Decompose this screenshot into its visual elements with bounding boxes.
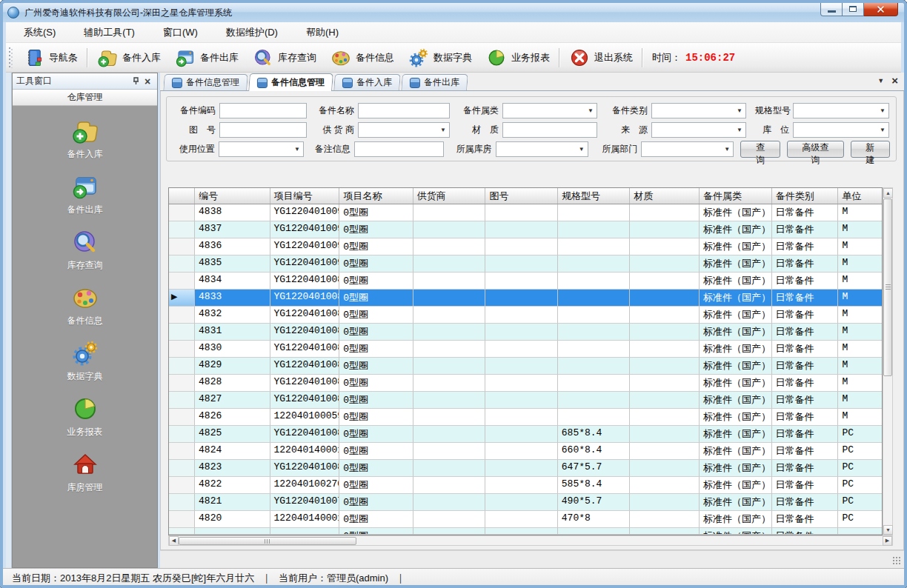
tab-parts-info-management-1[interactable]: 备件信息管理: [163, 74, 248, 90]
header-备件类别[interactable]: 备件类别: [772, 188, 839, 204]
remark-input[interactable]: [354, 141, 444, 157]
row-indicator[interactable]: ▶: [169, 273, 195, 290]
table-row[interactable]: ▶ 4834 YG12204010089 0型圈 标准件（国产） 日常备件 M: [169, 273, 882, 290]
grid-header[interactable]: 编号 项目编号 项目名称 供货商 图号 规格型号 材质 备件属类 备件类别 单位: [169, 188, 882, 204]
row-indicator[interactable]: ▶: [169, 290, 195, 307]
pin-icon[interactable]: [130, 76, 142, 87]
header-供货商[interactable]: 供货商: [413, 188, 486, 204]
table-row[interactable]: ▶ 4827 YG12204010082 0型圈 标准件（国产） 日常备件 M: [169, 392, 882, 409]
row-indicator[interactable]: ▶: [169, 324, 195, 341]
horizontal-scrollbar-thumb[interactable]: [179, 537, 356, 545]
row-indicator[interactable]: ▶: [169, 255, 195, 273]
toolbar-exit-system[interactable]: 退出系统: [562, 45, 639, 70]
toolbar-navigation-bar[interactable]: 导航条: [16, 45, 84, 70]
header-规格型号[interactable]: 规格型号: [558, 188, 631, 204]
scroll-left-icon[interactable]: ◀: [169, 536, 179, 546]
row-indicator[interactable]: ▶: [169, 341, 195, 358]
sidebar-item-parts-outbound[interactable]: 备件出库: [13, 172, 157, 216]
row-indicator[interactable]: ▶: [169, 375, 195, 392]
row-indicator[interactable]: ▶: [169, 392, 195, 409]
table-row[interactable]: ▶ 4836 YG12204010091 0型圈 标准件（国产） 日常备件 M: [169, 238, 882, 255]
header-图号[interactable]: 图号: [485, 188, 558, 204]
table-row[interactable]: ▶ 4831 YG12204010086 0型圈 标准件（国产） 日常备件 M: [169, 324, 882, 341]
toolbar-business-report[interactable]: 业务报表: [479, 45, 557, 70]
table-row[interactable]: ▶ 4833 YG12204010088 0型圈 标准件（国产） 日常备件 M: [169, 290, 882, 307]
maximize-button[interactable]: [843, 2, 864, 16]
toolbar-parts-info[interactable]: 备件信息: [323, 45, 401, 70]
warehouse-select[interactable]: ▼: [496, 141, 588, 157]
tool-window-close-icon[interactable]: ×: [142, 76, 153, 87]
row-indicator[interactable]: ▶: [169, 238, 195, 255]
table-row[interactable]: ▶ 4835 YG12204010090 0型圈 标准件（国产） 日常备件 M: [169, 255, 882, 273]
toolbar-parts-inbound[interactable]: 备件入库: [90, 45, 167, 70]
menu-window[interactable]: 窗口(W): [154, 23, 207, 42]
menu-aux-tools[interactable]: 辅助工具(T): [75, 23, 144, 42]
row-indicator[interactable]: ▶: [169, 511, 195, 528]
advanced-query-button[interactable]: 高级查询: [787, 141, 844, 158]
spec-model-select[interactable]: ▼: [793, 103, 889, 118]
part-name-input[interactable]: [358, 103, 450, 118]
toolbar-parts-outbound[interactable]: 备件出库: [167, 45, 245, 70]
material-input[interactable]: [502, 122, 597, 138]
tab-parts-inbound[interactable]: 备件入库: [333, 74, 401, 90]
sidebar-group-warehouse[interactable]: 仓库管理: [13, 90, 157, 106]
vertical-scrollbar[interactable]: ▲ ▼: [883, 187, 893, 535]
menu-data-maintenance[interactable]: 数据维护(D): [217, 23, 287, 42]
sidebar-item-parts-info[interactable]: 备件信息: [13, 283, 157, 327]
row-indicator[interactable]: ▶: [169, 409, 195, 426]
row-indicator[interactable]: ▶: [169, 221, 195, 238]
vertical-scrollbar-thumb[interactable]: [883, 198, 892, 376]
query-button[interactable]: 查询: [740, 141, 780, 158]
row-indicator[interactable]: ▶: [169, 494, 195, 511]
header-备件属类[interactable]: 备件属类: [700, 188, 772, 204]
source-select[interactable]: ▼: [651, 122, 746, 138]
part-class-select[interactable]: ▼: [651, 103, 746, 118]
table-row[interactable]: ▶ 4822 1220401002700 0型圈 585*8.4 标准件（国产）…: [169, 477, 882, 494]
drawing-no-input[interactable]: [219, 122, 307, 138]
row-indicator[interactable]: ▶: [169, 204, 195, 221]
resize-grip[interactable]: [892, 556, 901, 565]
header-项目编号[interactable]: 项目编号: [270, 188, 340, 204]
table-row[interactable]: ▶ 4820 1220401400013 0型圈 470*8 标准件（国产） 日…: [169, 511, 882, 528]
row-indicator[interactable]: ▶: [169, 528, 195, 535]
tab-parts-outbound[interactable]: 备件出库: [401, 74, 468, 90]
header-项目名称[interactable]: 项目名称: [339, 188, 413, 204]
part-code-input[interactable]: [219, 103, 307, 118]
table-row[interactable]: ▶ 4824 1220401400012 0型圈 660*8.4 标准件（国产）…: [169, 443, 882, 460]
usage-position-select[interactable]: ▼: [219, 141, 304, 157]
table-row[interactable]: ▶ 4823 YG12204010080 0型圈 647*5.7 标准件（国产）…: [169, 460, 882, 477]
toolbar-grip[interactable]: [9, 47, 13, 68]
sidebar-item-data-dictionary[interactable]: 数据字典: [13, 338, 157, 383]
header-单位[interactable]: 单位: [838, 188, 882, 204]
header-编号[interactable]: 编号: [195, 188, 270, 204]
tab-list-dropdown-icon[interactable]: ▼: [877, 77, 884, 84]
sidebar-item-warehouse-management[interactable]: 库房管理: [13, 450, 157, 494]
toolbar-inventory-query[interactable]: 库存查询: [245, 45, 323, 70]
table-row[interactable]: ▶ 4837 YG12204010092 0型圈 标准件（国产） 日常备件 M: [169, 221, 882, 238]
close-button[interactable]: ✕: [864, 2, 898, 16]
new-button[interactable]: 新建: [851, 141, 890, 158]
horizontal-scrollbar[interactable]: ◀ ▶: [168, 535, 893, 546]
row-indicator[interactable]: ▶: [169, 460, 195, 477]
supplier-select[interactable]: ▼: [358, 122, 450, 138]
sidebar-item-parts-inbound[interactable]: 备件入库: [13, 116, 157, 161]
table-row[interactable]: ▶ 4821 YG12204010079 0型圈 490*5.7 标准件（国产）…: [169, 494, 882, 511]
minimize-button[interactable]: [820, 2, 843, 16]
bin-location-select[interactable]: ▼: [793, 122, 889, 138]
scroll-right-icon[interactable]: ▶: [883, 536, 892, 546]
row-indicator[interactable]: ▶: [169, 477, 195, 494]
table-row[interactable]: ▶ 0型圈 标准件（国产） 日常备件: [169, 528, 882, 535]
row-indicator[interactable]: ▶: [169, 358, 195, 375]
toolbar-data-dictionary[interactable]: 数据字典: [401, 45, 479, 70]
scroll-up-icon[interactable]: ▲: [883, 188, 893, 198]
menu-system[interactable]: 系统(S): [15, 23, 64, 42]
row-indicator[interactable]: ▶: [169, 443, 195, 460]
menu-help[interactable]: 帮助(H): [297, 23, 348, 42]
title-bar[interactable]: 广州爱奇迪软件科技有限公司-深田之星仓库管理系统 ✕: [3, 3, 904, 22]
table-row[interactable]: ▶ 4838 YG12204010093 0型圈 标准件（国产） 日常备件 M: [169, 204, 882, 221]
scroll-down-icon[interactable]: ▼: [883, 525, 893, 535]
table-row[interactable]: ▶ 4826 1220401000599 0型圈 标准件（国产） 日常备件 M: [169, 409, 882, 426]
department-select[interactable]: ▼: [641, 141, 734, 157]
table-row[interactable]: ▶ 4830 YG12204010085 0型圈 标准件（国产） 日常备件 M: [169, 341, 882, 358]
tab-close-icon[interactable]: ×: [891, 76, 898, 85]
